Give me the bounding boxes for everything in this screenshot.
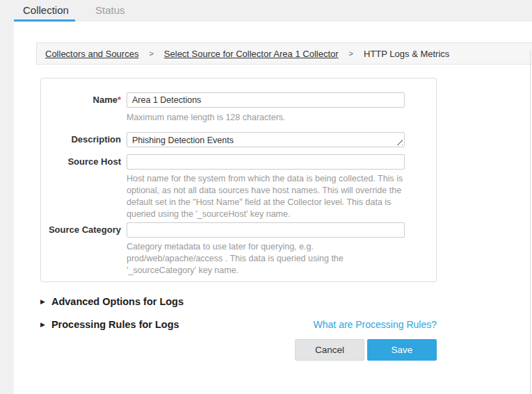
- source-host-helper-text: Host name for the system from which the …: [127, 173, 405, 220]
- source-host-row: Source Host Host name for the system fro…: [41, 154, 436, 222]
- source-host-input[interactable]: [127, 154, 405, 170]
- tab-collection[interactable]: Collection: [23, 4, 69, 16]
- breadcrumb-collectors-and-sources[interactable]: Collectors and Sources: [45, 49, 138, 59]
- section-processing-rules[interactable]: ▶ Processing Rules for Logs: [40, 319, 179, 330]
- processing-rules-help-link[interactable]: What are Processing Rules?: [314, 319, 437, 330]
- name-label: Name*: [41, 92, 127, 132]
- tab-status[interactable]: Status: [95, 4, 125, 16]
- breadcrumb-current-page: HTTP Logs & Metrics: [364, 49, 449, 59]
- caret-right-icon: ▶: [40, 297, 45, 307]
- source-host-label: Source Host: [41, 154, 127, 222]
- description-label: Description: [41, 132, 127, 147]
- tab-bar: Collection Status: [0, 0, 532, 22]
- source-form-card: Name* Maximum name length is 128 charact…: [40, 78, 437, 282]
- source-category-helper-text: Category metadata to use later for query…: [127, 241, 405, 277]
- description-input[interactable]: Phishing Detection Events: [127, 132, 405, 147]
- right-edge-divider: [530, 50, 531, 394]
- cancel-button[interactable]: Cancel: [295, 339, 364, 361]
- section-advanced-options-label: Advanced Options for Logs: [51, 296, 184, 307]
- section-processing-rules-label: Processing Rules for Logs: [51, 319, 179, 330]
- breadcrumb-separator-icon: >: [349, 49, 353, 58]
- source-category-label: Source Category: [41, 222, 127, 278]
- section-advanced-options[interactable]: ▶ Advanced Options for Logs: [40, 296, 437, 307]
- source-category-row: Source Category Category metadata to use…: [41, 222, 436, 278]
- breadcrumb-separator-icon: >: [149, 49, 153, 58]
- content-panel: Collectors and Sources > Select Source f…: [14, 22, 532, 394]
- caret-right-icon: ▶: [40, 320, 45, 330]
- name-input[interactable]: [127, 92, 405, 108]
- source-category-input[interactable]: [127, 222, 405, 238]
- name-row: Name* Maximum name length is 128 charact…: [41, 92, 436, 132]
- breadcrumb: Collectors and Sources > Select Source f…: [36, 42, 532, 65]
- breadcrumb-select-source[interactable]: Select Source for Collector Area 1 Colle…: [164, 49, 339, 59]
- description-row: Description Phishing Detection Events: [41, 132, 436, 147]
- action-buttons: Cancel Save: [40, 339, 437, 361]
- source-config-page: { "tabs": [ { "label": "Collection", "ac…: [0, 0, 532, 394]
- name-helper-text: Maximum name length is 128 characters.: [127, 112, 405, 124]
- required-asterisk: *: [118, 95, 121, 105]
- sections-and-actions: ▶ Advanced Options for Logs ▶ Processing…: [40, 296, 437, 361]
- save-button[interactable]: Save: [367, 339, 437, 361]
